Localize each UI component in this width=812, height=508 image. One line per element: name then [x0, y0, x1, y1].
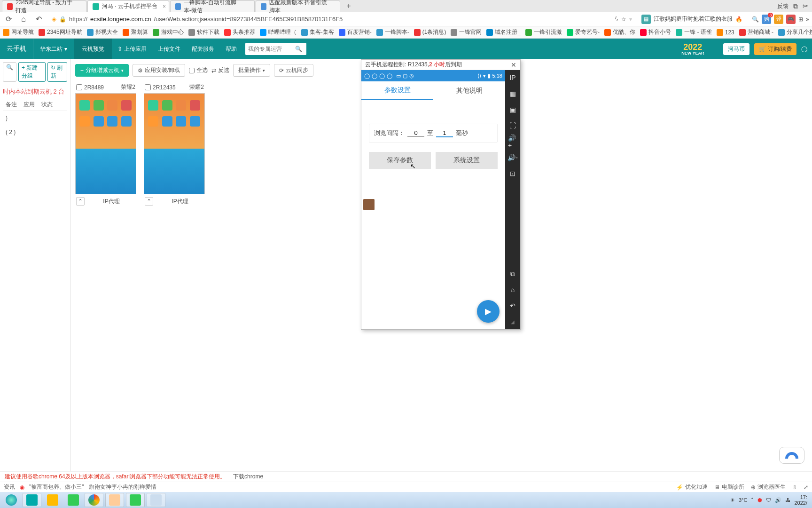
new-group-button[interactable]: + 新建分组: [18, 62, 46, 82]
tray-sound-icon[interactable]: 🔊: [775, 497, 781, 503]
task-item[interactable]: [147, 493, 165, 507]
phone-checkbox[interactable]: [76, 84, 82, 90]
task-item[interactable]: [23, 493, 41, 507]
site-search[interactable]: 🔍: [245, 43, 306, 55]
bookmark[interactable]: 影视大全: [87, 28, 118, 36]
sidebar-search-icon[interactable]: 🔍: [3, 62, 16, 82]
browser-tab[interactable]: 2345网址导航 - 致力于打造: [2, 0, 86, 12]
reload-icon[interactable]: ⟳: [3, 14, 14, 25]
phone-checkbox[interactable]: [145, 84, 151, 90]
station-select[interactable]: 华东二站▾: [33, 39, 74, 59]
browser-tab-active[interactable]: 河马 · 云手机群控平台 ×: [87, 0, 169, 12]
brand-bubble[interactable]: [779, 447, 804, 464]
phone-card[interactable]: 2R8489荣耀2 ⌃IP代理: [75, 81, 136, 208]
restore-icon[interactable]: ⧉: [793, 2, 798, 10]
task-item[interactable]: [126, 493, 145, 507]
nav-preview[interactable]: 云机预览: [74, 39, 112, 59]
sidebar-tab-app[interactable]: 应用: [23, 101, 35, 109]
select-all-checkbox[interactable]: 全选: [189, 66, 208, 74]
browser-tab[interactable]: 匹配最新版本 抖音引流脚本: [256, 0, 340, 12]
tab-other[interactable]: 其他说明: [433, 81, 505, 100]
grid-icon[interactable]: ▦: [508, 89, 517, 98]
sidebar-item[interactable]: ): [3, 111, 67, 125]
bookmark[interactable]: 一锋脚本-: [376, 28, 409, 36]
scissors-icon[interactable]: ✂: [803, 2, 808, 10]
sidebar-tab-note[interactable]: 备注: [6, 101, 17, 109]
phone-card[interactable]: 2R12435荣耀2 ⌃IP代理: [144, 81, 205, 208]
bookmark[interactable]: 聚划算: [123, 28, 148, 36]
expand-icon[interactable]: ⌃: [145, 197, 153, 206]
tray-net-icon[interactable]: 🖧: [785, 497, 790, 503]
new-tab-button[interactable]: +: [343, 0, 354, 12]
proxy-label[interactable]: IP代理: [172, 198, 188, 206]
news-item[interactable]: 旗袍女神李小冉的别样爱情: [89, 483, 156, 491]
invert-select[interactable]: ⇄反选: [211, 66, 229, 74]
search-icon[interactable]: 🔍: [752, 16, 759, 23]
bookmark[interactable]: 一锋引流激: [525, 28, 562, 36]
bookmark[interactable]: 域名注册_: [486, 28, 521, 36]
ext-game-icon[interactable]: 🎮: [786, 15, 796, 24]
vol-up-icon[interactable]: 🔊+: [508, 137, 517, 146]
home-nav-icon[interactable]: ⌂: [508, 285, 517, 294]
clinic-link[interactable]: 🖥电脑诊所: [714, 483, 744, 491]
address-input[interactable]: ◈ 🔒 https://ecsite.longene.com.cn/userWe…: [48, 14, 611, 25]
ext-translate-icon[interactable]: 译: [774, 15, 783, 24]
ext-shop-icon[interactable]: 购: [762, 15, 771, 24]
bookmark[interactable]: 哔哩哔哩（: [260, 28, 297, 36]
nav-help[interactable]: 帮助: [220, 39, 242, 59]
fast-icon[interactable]: ϟ: [615, 16, 618, 23]
task-item[interactable]: [105, 493, 124, 507]
tray-icon[interactable]: 🛡: [766, 497, 771, 503]
weather-icon[interactable]: ☀: [730, 497, 735, 503]
crop-icon[interactable]: ⛶: [508, 121, 517, 130]
download-icon[interactable]: ⇩: [792, 484, 797, 491]
ip-icon[interactable]: IP: [508, 73, 517, 82]
phone-screen[interactable]: [144, 93, 205, 194]
vol-down-icon[interactable]: 🔊-: [508, 153, 517, 162]
save-params-button[interactable]: 保存参数 ↖: [369, 152, 431, 169]
bookmark[interactable]: 一锋官网: [451, 28, 482, 36]
batch-button[interactable]: 批量操作 ▾: [233, 64, 270, 77]
feedback-link[interactable]: 反馈: [777, 2, 789, 10]
task-item[interactable]: [43, 493, 62, 507]
start-button[interactable]: [2, 493, 21, 507]
phone-screen[interactable]: [75, 93, 136, 194]
bookmark[interactable]: 抖音小号: [640, 28, 671, 36]
bookmark[interactable]: 百度营销-: [339, 28, 372, 36]
sidebar-tab-status[interactable]: 状态: [41, 101, 53, 109]
expand-icon[interactable]: ⌃: [76, 197, 85, 206]
bookmark[interactable]: 游戏中心: [153, 28, 184, 36]
tray-up-icon[interactable]: ˄: [751, 497, 754, 503]
user-icon[interactable]: ◯: [801, 46, 807, 52]
resize-icon[interactable]: ◢: [508, 317, 517, 326]
task-item[interactable]: [85, 493, 103, 507]
interval-from-input[interactable]: [407, 129, 424, 137]
bookmark[interactable]: 123: [717, 29, 734, 36]
back-icon[interactable]: ↶: [33, 14, 44, 25]
clock[interactable]: 17: 2022/: [794, 494, 807, 506]
search-icon[interactable]: 🔍: [295, 46, 302, 52]
avatar-thumb[interactable]: [363, 199, 375, 210]
record-icon[interactable]: ⊡: [508, 169, 517, 178]
bookmark[interactable]: 爱奇艺号-: [567, 28, 600, 36]
nav-services[interactable]: 配套服务: [186, 39, 220, 59]
tab-params[interactable]: 参数设置: [361, 81, 433, 100]
bookmark[interactable]: (1条消息): [414, 28, 446, 36]
expand-icon[interactable]: ⤢: [804, 484, 808, 491]
system-settings-button[interactable]: 系统设置: [436, 152, 498, 169]
apps-icon[interactable]: ⊞: [798, 16, 803, 23]
sync-button[interactable]: ⟳ 云机同步: [274, 64, 313, 77]
back-nav-icon[interactable]: ↶: [508, 301, 517, 310]
doctor-link[interactable]: ⊕浏览器医生: [751, 483, 786, 491]
coin-button[interactable]: 河马币: [723, 43, 750, 55]
sidebar-item[interactable]: ( 2 ): [3, 125, 67, 139]
tray-icon[interactable]: ⬢: [757, 497, 762, 503]
bookmark[interactable]: 集客-集客: [301, 28, 334, 36]
bookmark[interactable]: 优酷、你: [604, 28, 635, 36]
bookmark[interactable]: 头条推荐: [224, 28, 255, 36]
order-button[interactable]: 🛒 订购/续费: [754, 43, 796, 55]
group-add-button[interactable]: + 分组增减云机 ▾: [75, 64, 129, 77]
nav-upload-file[interactable]: 上传文件: [152, 39, 186, 59]
bookmark[interactable]: 软件下载: [188, 28, 219, 36]
close-icon[interactable]: ✕: [511, 61, 516, 69]
